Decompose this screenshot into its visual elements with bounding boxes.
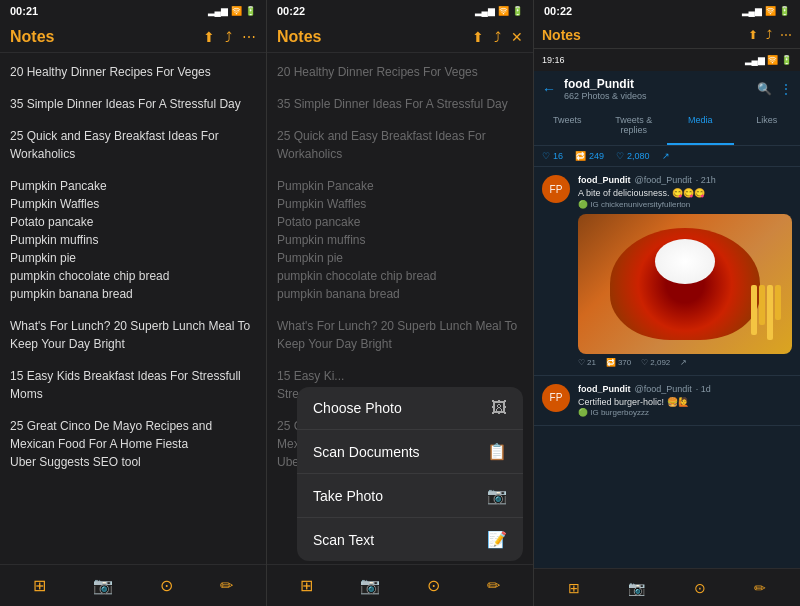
upload-icon[interactable]: ⤴ [766, 28, 772, 42]
note-item[interactable]: 20 Healthy Dinner Recipes For Veges [10, 63, 256, 81]
action-hearts[interactable]: ♡ 2,092 [641, 358, 670, 367]
status-time-1: 00:21 [10, 5, 38, 17]
header-icons-2: ⬆ ⤴ ✕ [472, 29, 523, 45]
wifi-icon: 🛜 [498, 6, 509, 16]
share-icon[interactable]: ⬆ [203, 29, 215, 45]
profile-name: food_Pundit [564, 77, 749, 91]
retweet-icon: 🔁 [606, 358, 616, 367]
note-item[interactable]: Pumpkin PancakePumpkin WafflesPotato pan… [277, 177, 523, 303]
heart-icon: ♡ [542, 151, 550, 161]
tweet-avatar: FP [542, 175, 570, 203]
grid-icon[interactable]: ⊞ [33, 576, 46, 595]
share-icon[interactable]: ⬆ [748, 28, 758, 42]
note-item[interactable]: 15 Easy Kids Breakfast Ideas For Stressf… [10, 367, 256, 403]
more-icon[interactable]: ✕ [511, 29, 523, 45]
tweet-item: FP food_Pundit @food_Pundit · 1d Certifi… [534, 376, 800, 427]
note-item[interactable]: What's For Lunch? 20 Superb Lunch Meal T… [10, 317, 256, 353]
choose-photo-label: Choose Photo [313, 400, 402, 416]
action-share[interactable]: ↗ [680, 358, 687, 367]
photo-icon: 🖼 [491, 399, 507, 417]
notes-header-1: Notes ⬆ ⤴ ⋯ [0, 22, 266, 53]
action-retweet[interactable]: 🔁 370 [606, 358, 631, 367]
likes-count: 16 [553, 151, 563, 161]
tweet-handle: @food_Pundit [635, 384, 692, 394]
compose-icon[interactable]: ✏ [754, 580, 766, 596]
wifi-icon: 🛜 [231, 6, 242, 16]
tab-tweets[interactable]: Tweets [534, 107, 601, 145]
tweet-text: A bite of deliciousness. 😋😋😋 [578, 187, 792, 200]
home-icon[interactable]: ⊙ [160, 576, 173, 595]
scan-text-item[interactable]: Scan Text 📝 [297, 518, 523, 561]
back-button[interactable]: ← [542, 81, 556, 97]
tab-likes[interactable]: Likes [734, 107, 801, 145]
camera-icon[interactable]: 📷 [360, 576, 380, 595]
panel3-notes-title: Notes [542, 27, 581, 43]
panel3-header-icons: ⬆ ⤴ ⋯ [748, 28, 792, 42]
panel3-bottom-toolbar: ⊞ 📷 ⊙ ✏ [534, 568, 800, 606]
camera-icon[interactable]: 📷 [93, 576, 113, 595]
phone-panel-1: 00:21 ▂▄▆ 🛜 🔋 Notes ⬆ ⤴ ⋯ 20 Healthy Din… [0, 0, 267, 606]
stat-likes: ♡ 16 [542, 151, 563, 161]
upload-icon[interactable]: ⤴ [494, 29, 501, 45]
twitter-action-icons: 🔍 ⋮ [757, 82, 792, 96]
take-photo-item[interactable]: Take Photo 📷 [297, 474, 523, 518]
camera-icon[interactable]: 📷 [628, 580, 645, 596]
take-photo-label: Take Photo [313, 488, 383, 504]
tweet-header: food_Pundit @food_Pundit · 21h [578, 175, 792, 185]
grid-icon[interactable]: ⊞ [568, 580, 580, 596]
tweet-feed: FP food_Pundit @food_Pundit · 21h A bite… [534, 167, 800, 568]
choose-photo-item[interactable]: Choose Photo 🖼 [297, 387, 523, 430]
more-icon[interactable]: ⋯ [242, 29, 256, 45]
status-bar-3: 00:22 ▂▄▆ 🛜 🔋 [534, 0, 800, 22]
home-icon[interactable]: ⊙ [427, 576, 440, 595]
action-likes[interactable]: ♡ 21 [578, 358, 596, 367]
profile-info: food_Pundit 662 Photos & videos [564, 77, 749, 101]
home-icon[interactable]: ⊙ [694, 580, 706, 596]
retweets-count: 249 [589, 151, 604, 161]
compose-icon[interactable]: ✏ [487, 576, 500, 595]
note-item[interactable]: 25 Quick and Easy Breakfast Ideas For Wo… [10, 127, 256, 163]
note-item[interactable]: 25 Great Cinco De Mayo Recipes and Mexic… [10, 417, 256, 471]
more-icon[interactable]: ⋮ [780, 82, 792, 96]
phone-panel-3: 00:22 ▂▄▆ 🛜 🔋 Notes ⬆ ⤴ ⋯ 19:16 ▂▄▆ 🛜 🔋 … [534, 0, 800, 606]
twitter-status-icons: ▂▄▆ 🛜 🔋 [745, 55, 792, 65]
search-icon[interactable]: 🔍 [757, 82, 772, 96]
tweet-avatar: FP [542, 384, 570, 412]
note-item[interactable]: 25 Quick and Easy Breakfast Ideas For Wo… [277, 127, 523, 163]
note-item[interactable]: 35 Simple Dinner Ideas For A Stressful D… [10, 95, 256, 113]
status-icons-1: ▂▄▆ 🛜 🔋 [208, 6, 256, 16]
notes-content-1: 20 Healthy Dinner Recipes For Veges 35 S… [0, 53, 266, 564]
battery-icon: 🔋 [512, 6, 523, 16]
signal-icon: ▂▄▆ [742, 6, 762, 16]
signal-icon: ▂▄▆ [208, 6, 228, 16]
more-icon[interactable]: ⋯ [780, 28, 792, 42]
grid-icon[interactable]: ⊞ [300, 576, 313, 595]
stat-share: ↗ [662, 151, 670, 161]
scan-documents-item[interactable]: Scan Documents 📋 [297, 430, 523, 474]
take-photo-icon: 📷 [487, 486, 507, 505]
note-item[interactable]: 20 Healthy Dinner Recipes For Veges [277, 63, 523, 81]
tab-tweets-replies[interactable]: Tweets & replies [601, 107, 668, 145]
scan-text-icon: 📝 [487, 530, 507, 549]
tab-media[interactable]: Media [667, 107, 734, 145]
tweet-subtext: 🟢 IG chickenuniversityfullerton [578, 200, 792, 209]
status-icons-2: ▂▄▆ 🛜 🔋 [475, 6, 523, 16]
tweet-item: FP food_Pundit @food_Pundit · 21h A bite… [534, 167, 800, 376]
status-icons-3: ▂▄▆ 🛜 🔋 [742, 6, 790, 16]
signal-icon: ▂▄▆ [475, 6, 495, 16]
note-item[interactable]: 35 Simple Dinner Ideas For A Stressful D… [277, 95, 523, 113]
share-icon[interactable]: ⬆ [472, 29, 484, 45]
like-icon: ♡ [578, 358, 585, 367]
twitter-status-bar: 19:16 ▂▄▆ 🛜 🔋 [534, 49, 800, 71]
battery-icon: 🔋 [779, 6, 790, 16]
upload-icon[interactable]: ⤴ [225, 29, 232, 45]
note-item[interactable]: Pumpkin PancakePumpkin WafflesPotato pan… [10, 177, 256, 303]
like-icon: ♡ [616, 151, 624, 161]
tweet-handle: @food_Pundit [635, 175, 692, 185]
popup-menu: Choose Photo 🖼 Scan Documents 📋 Take Pho… [297, 387, 523, 561]
hearts-count: 2,080 [627, 151, 650, 161]
tweet-time: · 21h [696, 175, 716, 185]
note-item[interactable]: What's For Lunch? 20 Superb Lunch Meal T… [277, 317, 523, 353]
stat-hearts: ♡ 2,080 [616, 151, 650, 161]
compose-icon[interactable]: ✏ [220, 576, 233, 595]
